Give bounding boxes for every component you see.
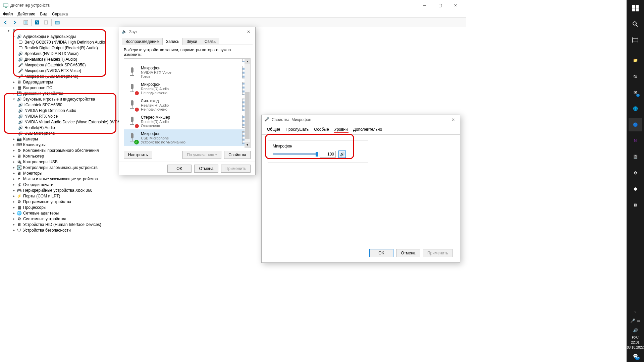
menu-help[interactable]: Справка xyxy=(52,12,68,16)
scrollbar[interactable]: ▴ ▾ xyxy=(245,59,250,148)
forward-button[interactable] xyxy=(10,19,18,26)
scroll-thumb[interactable] xyxy=(245,92,250,139)
tray-expand-icon[interactable]: ‹ xyxy=(629,308,642,315)
tab-advanced[interactable]: Дополнительно xyxy=(353,126,383,133)
cancel-button[interactable]: Отмена xyxy=(194,165,218,173)
device-label: Realtek Digital Output (Realtek(R) Audio… xyxy=(24,46,98,50)
tab-custom[interactable]: Особые xyxy=(313,126,329,133)
properties-button[interactable]: Свойства xyxy=(224,151,251,159)
device-icon xyxy=(126,66,138,78)
ok-button[interactable]: OK xyxy=(167,165,192,173)
category-icon: 🖥 xyxy=(16,222,22,227)
svg-rect-27 xyxy=(636,5,639,8)
show-hidden-button[interactable] xyxy=(22,19,30,26)
tab-sounds[interactable]: Звуки xyxy=(183,38,201,45)
speaker-icon: 🔊 xyxy=(18,120,23,124)
category-label: Компьютер xyxy=(23,154,44,159)
notifications-icon[interactable]: 💬32 xyxy=(629,351,642,361)
menu-file[interactable]: Файл xyxy=(3,12,13,16)
computer-icon: 🖥 xyxy=(11,28,16,33)
settings-icon[interactable]: ⚙ xyxy=(629,166,642,180)
tab-listen[interactable]: Прослушать xyxy=(285,126,309,133)
menu-view[interactable]: Вид xyxy=(40,12,47,16)
category-icon: ▦ xyxy=(16,205,22,210)
tray-language[interactable]: РУС xyxy=(632,336,639,339)
device-status: Готов xyxy=(141,74,242,78)
maximize-button[interactable]: ▢ xyxy=(432,0,448,10)
minimize-button[interactable]: ─ xyxy=(417,0,432,10)
pinned-app-icon[interactable]: 🔵 xyxy=(629,118,642,131)
explorer-icon[interactable]: 📁 xyxy=(629,54,642,67)
device-label: Микрофон (iCatchtek SPCA6350) xyxy=(24,63,86,67)
mic-icon: 🎤 xyxy=(18,68,23,73)
app-icon[interactable]: ⬢ xyxy=(629,182,642,196)
edge-icon[interactable]: 🌐 xyxy=(629,102,642,115)
mute-button[interactable]: 🔊 xyxy=(338,150,346,158)
tray-mic-icon[interactable]: 🎤 ▭ xyxy=(629,317,642,324)
tab-communications[interactable]: Связь xyxy=(201,38,219,45)
back-button[interactable] xyxy=(2,19,10,26)
notebook-icon[interactable]: 📓 xyxy=(629,150,642,164)
recording-device-item[interactable]: ↓ Стерео микшер Realtek(R) Audio Отключе… xyxy=(124,113,250,129)
close-button[interactable]: ✕ xyxy=(449,117,457,122)
cancel-button[interactable]: Отмена xyxy=(396,249,420,257)
mic-icon: 🎤 xyxy=(264,117,270,122)
scroll-up[interactable]: ▴ xyxy=(245,59,250,64)
tab-general[interactable]: Общие xyxy=(266,126,281,133)
close-button[interactable]: ✕ xyxy=(245,29,253,34)
apply-button[interactable]: Применить xyxy=(221,165,251,173)
device-label: Speakers (NVIDIA RTX Voice) xyxy=(24,51,78,56)
start-button[interactable] xyxy=(629,1,642,15)
tab-playback[interactable]: Воспроизведение xyxy=(122,38,162,45)
help-button[interactable]: ? xyxy=(33,19,41,26)
store-icon[interactable]: 🛍 xyxy=(629,70,642,83)
category-label: Устройства HID (Human Interface Devices) xyxy=(23,222,101,227)
category-label: Периферийные устройства Xbox 360 xyxy=(23,188,92,193)
tray-date[interactable]: 08.10.2022 xyxy=(627,346,644,349)
close-button[interactable]: ✕ xyxy=(448,0,463,10)
recording-device-item[interactable]: iCatchtek SPCA6350 Готов xyxy=(124,58,250,64)
svg-point-30 xyxy=(633,22,636,25)
tray-time[interactable]: 22:01 xyxy=(631,341,639,344)
category-label: Камеры xyxy=(23,137,38,141)
task-view-icon[interactable] xyxy=(629,34,642,47)
recording-device-item[interactable]: ✓ Микрофон USB Microphone Устройство по … xyxy=(124,129,250,146)
recording-device-list[interactable]: iCatchtek SPCA6350 Готов Микрофон NVIDIA… xyxy=(124,58,251,148)
ok-button[interactable]: OK xyxy=(369,249,393,257)
properties-button[interactable] xyxy=(42,19,50,26)
menu-action[interactable]: Действие xyxy=(18,12,36,16)
device-name: Лин. вход xyxy=(141,99,242,103)
category-label: Дисковые устройства xyxy=(23,91,63,96)
recording-device-item[interactable]: ↓ Микрофон Realtek(R) Audio Не подключен… xyxy=(124,80,250,97)
speaker-icon: 🔊 xyxy=(18,57,23,62)
set-default-button[interactable]: По умолчанию xyxy=(182,151,221,159)
configure-button[interactable]: Настроить xyxy=(124,151,152,159)
svg-rect-14 xyxy=(131,84,133,89)
mail-icon[interactable]: ✉2 xyxy=(629,86,642,99)
device-label: iCatchtek SPCA6350 xyxy=(24,103,62,107)
onenote-icon[interactable]: N xyxy=(629,134,642,147)
gpu-icon: 🖥 xyxy=(16,80,22,84)
app-icon xyxy=(3,3,8,8)
tray-volume-icon[interactable]: 🔊 xyxy=(629,327,642,334)
scroll-down[interactable]: ▾ xyxy=(245,142,250,148)
tab-recording[interactable]: Запись xyxy=(162,38,183,45)
tab-levels[interactable]: Уровни xyxy=(334,126,348,133)
category-label: Компоненты программного обеспечения xyxy=(23,148,99,153)
monitor-icon: 🖵 xyxy=(18,46,23,50)
app-icon[interactable]: 🖥 xyxy=(629,198,642,212)
category-label: Видеоадаптеры xyxy=(23,80,53,84)
speaker-icon: 🔊 xyxy=(16,97,22,102)
category-icon: ⚡ xyxy=(16,194,22,198)
apply-button[interactable]: Применить xyxy=(423,249,452,257)
svg-rect-23 xyxy=(131,133,133,138)
scan-button[interactable] xyxy=(53,19,61,26)
level-slider[interactable] xyxy=(273,154,317,155)
search-icon[interactable] xyxy=(629,17,642,31)
recording-device-item[interactable]: ↓ Лин. вход Realtek(R) Audio Не подключе… xyxy=(124,97,250,113)
level-value[interactable]: 100 xyxy=(320,151,336,158)
recording-device-item[interactable]: Микрофон NVIDIA RTX Voice Готов xyxy=(124,64,250,80)
device-icon xyxy=(126,58,138,62)
speaker-icon: 🔊 xyxy=(18,108,23,113)
device-label: BenQ GC2870 (NVIDIA High Definition Audi… xyxy=(24,40,106,45)
